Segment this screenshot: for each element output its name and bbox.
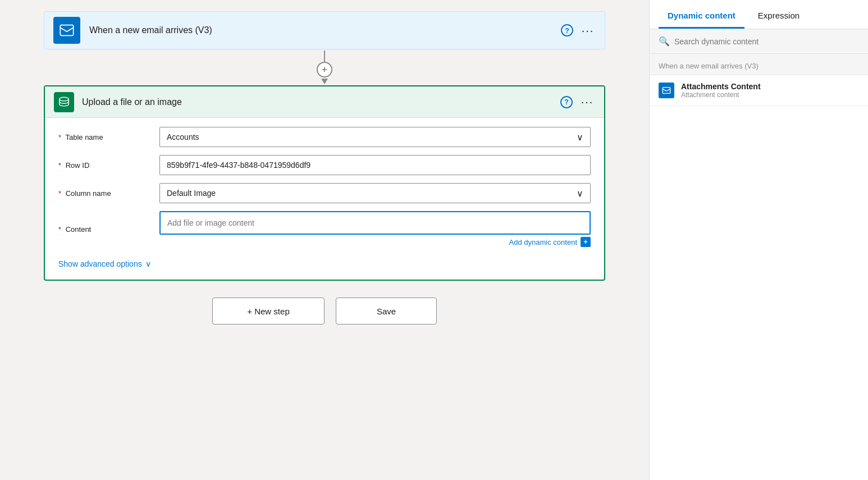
column-name-value: Default Image xyxy=(167,189,216,198)
action-header-actions: ? ··· xyxy=(560,94,595,110)
step-connector: + xyxy=(317,51,332,84)
column-name-label: * Column name xyxy=(58,189,159,198)
panel-item-outlook-icon xyxy=(659,83,674,98)
trigger-help-button[interactable]: ? xyxy=(561,24,573,36)
add-step-button[interactable]: + xyxy=(317,62,332,77)
action-help-button[interactable]: ? xyxy=(560,96,573,108)
table-name-label: * Table name xyxy=(58,133,159,141)
search-icon: 🔍 xyxy=(659,36,670,47)
required-star-table: * xyxy=(58,133,61,141)
column-name-chevron-icon: ∨ xyxy=(577,188,583,199)
row-id-label: * Row ID xyxy=(58,161,159,170)
panel-item-subtitle: Attachment content xyxy=(681,91,761,99)
action-more-button[interactable]: ··· xyxy=(579,94,595,110)
plus-icon: + xyxy=(322,65,327,75)
svg-rect-2 xyxy=(663,88,670,94)
row-id-input[interactable] xyxy=(159,155,591,175)
row-id-control xyxy=(159,155,591,175)
trigger-title: When a new email arrives (V3) xyxy=(89,25,561,35)
action-title: Upload a file or an image xyxy=(82,97,560,107)
svg-point-1 xyxy=(60,97,69,100)
dataverse-icon-box xyxy=(54,92,74,112)
dots-icon: ··· xyxy=(582,24,595,37)
row-id-row: * Row ID xyxy=(58,155,591,175)
dynamic-content-label: Add dynamic content xyxy=(509,238,577,246)
column-name-control: Default Image ∨ xyxy=(159,183,591,203)
dynamic-content-search-input[interactable] xyxy=(674,37,859,46)
table-name-select[interactable]: Accounts ∨ xyxy=(159,127,591,147)
column-name-row: * Column name Default Image ∨ xyxy=(58,183,591,203)
panel-tabs: Dynamic content Expression xyxy=(650,0,868,29)
action-dots-icon: ··· xyxy=(581,95,594,108)
panel-item-attachments[interactable]: Attachments Content Attachment content xyxy=(650,75,868,106)
chevron-down-icon: ∨ xyxy=(145,259,151,268)
show-advanced-options[interactable]: Show advanced options ∨ xyxy=(58,255,591,268)
outlook-trigger-icon xyxy=(53,17,80,44)
required-star-row: * xyxy=(58,161,61,170)
content-label: * Content xyxy=(58,225,159,234)
content-input-wrapper: Add dynamic content + xyxy=(159,211,591,247)
dynamic-plus-icon: + xyxy=(581,237,591,247)
action-card-body: * Table name Accounts ∨ * Row ID xyxy=(45,118,604,280)
new-step-button[interactable]: + New step xyxy=(212,298,325,324)
add-dynamic-content-link[interactable]: Add dynamic content + xyxy=(509,237,591,247)
required-star-column: * xyxy=(58,189,61,198)
required-star-content: * xyxy=(58,225,61,234)
content-row: * Content Add dynamic content + xyxy=(58,211,591,247)
table-name-row: * Table name Accounts ∨ xyxy=(58,127,591,147)
table-name-chevron-icon: ∨ xyxy=(577,132,583,143)
action-card: Upload a file or an image ? ··· * Table … xyxy=(44,85,605,281)
connector-line-top xyxy=(324,51,325,62)
svg-rect-0 xyxy=(60,25,73,36)
save-button[interactable]: Save xyxy=(336,298,437,324)
bottom-actions: + New step Save xyxy=(212,298,437,324)
panel-item-title: Attachments Content xyxy=(681,82,761,91)
action-card-header: Upload a file or an image ? ··· xyxy=(45,86,604,118)
panel-section-header: When a new email arrives (V3) xyxy=(650,54,868,75)
show-advanced-label: Show advanced options xyxy=(58,259,142,268)
right-panel: Dynamic content Expression 🔍 When a new … xyxy=(649,0,868,480)
content-input[interactable] xyxy=(159,211,591,235)
column-name-select[interactable]: Default Image ∨ xyxy=(159,183,591,203)
trigger-card: When a new email arrives (V3) ? ··· xyxy=(44,11,605,49)
panel-item-text: Attachments Content Attachment content xyxy=(681,82,761,99)
table-name-value: Accounts xyxy=(167,132,199,141)
tab-expression[interactable]: Expression xyxy=(749,11,808,29)
dynamic-content-link-row: Add dynamic content + xyxy=(159,237,591,247)
trigger-more-button[interactable]: ··· xyxy=(580,22,596,38)
table-name-control: Accounts ∨ xyxy=(159,127,591,147)
panel-search-box: 🔍 xyxy=(650,29,868,54)
connector-arrow xyxy=(321,79,328,84)
trigger-actions: ? ··· xyxy=(561,22,596,38)
tab-dynamic-content[interactable]: Dynamic content xyxy=(659,11,744,29)
